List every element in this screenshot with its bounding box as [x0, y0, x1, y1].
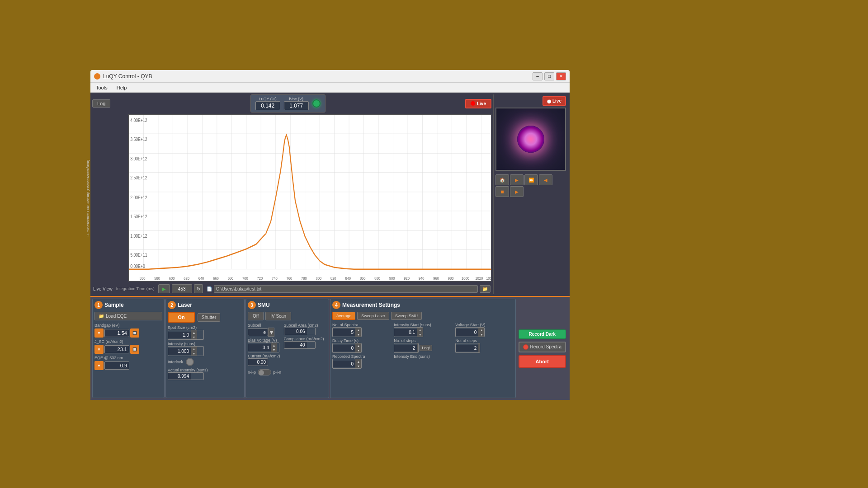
interlock-toggle[interactable] [186, 358, 194, 366]
intensity-start-up[interactable]: ▲ [417, 328, 423, 332]
svg-text:740: 740 [272, 276, 278, 281]
eqe-input[interactable] [104, 361, 129, 370]
no-steps-down[interactable]: ▼ [417, 348, 419, 352]
sweep-smu-button[interactable]: Sweep SMU [391, 312, 422, 320]
subcell-area-field: Subcell Area (cm2) [284, 323, 324, 335]
compliance-input[interactable] [284, 342, 307, 348]
file-icon: 📄 [207, 286, 212, 291]
chart-top-bar: Log LuQY (%) 0.142 iVoc (V) 1.077 [92, 94, 491, 113]
no-steps2-down[interactable]: ▼ [478, 348, 480, 352]
record-dark-button[interactable]: Record Dark [519, 329, 566, 339]
no-spectra-input[interactable] [333, 329, 355, 336]
file-path-input[interactable] [214, 285, 478, 293]
spot-size-up[interactable]: ▲ [191, 330, 197, 335]
actual-intensity-label: Actual Intensity (suns) [168, 368, 242, 372]
nip-pin-track[interactable] [258, 369, 271, 375]
delay-time-input[interactable] [333, 345, 355, 352]
menu-help[interactable]: Help [115, 84, 129, 91]
log-button[interactable]: Log [92, 99, 110, 108]
bandgap-down-btn[interactable]: ▼ [94, 328, 104, 338]
svg-text:900: 900 [389, 276, 395, 281]
iv-scan-button[interactable]: IV Scan [265, 312, 291, 320]
bandgap-input[interactable] [104, 329, 129, 337]
recorded-spectra-input[interactable] [333, 361, 355, 367]
camera-view [495, 108, 566, 171]
jsc-input[interactable] [104, 345, 129, 353]
play-button[interactable]: ▶ [158, 284, 170, 293]
spot-size-spin-btns: ▲ ▼ [191, 330, 197, 339]
sweep-laser-button[interactable]: Sweep Laser [357, 312, 389, 320]
abort-button[interactable]: Abort [519, 355, 566, 368]
bias-voltage-input[interactable] [248, 344, 271, 351]
voltage-start-spinner: ▲ ▼ [455, 327, 485, 337]
voltage-start-up[interactable]: ▲ [478, 328, 485, 332]
no-spectra-down[interactable]: ▼ [355, 332, 362, 337]
no-steps-input[interactable] [394, 345, 417, 352]
no-steps2-up[interactable]: ▲ [478, 343, 480, 348]
no-steps2-input[interactable] [456, 345, 478, 352]
average-button[interactable]: Average [332, 312, 355, 320]
integration-spin-down[interactable]: ↻ [194, 284, 203, 293]
close-button[interactable]: ✕ [556, 72, 566, 80]
intensity-start-down[interactable]: ▼ [417, 332, 423, 337]
voltage-start-input[interactable] [456, 329, 478, 336]
chart-svg: 4.00E+12 3.50E+12 3.00E+12 2.50E+12 2.00… [129, 115, 491, 281]
delay-time-down[interactable]: ▼ [355, 348, 362, 352]
recorded-spectra-up[interactable]: ▲ [355, 359, 362, 364]
maximize-button[interactable]: □ [544, 72, 554, 80]
intensity-down[interactable]: ▼ [191, 351, 197, 356]
shutter-button[interactable]: Shutter [198, 313, 220, 322]
browse-button[interactable]: 📁 [480, 285, 491, 293]
bias-voltage-up[interactable]: ▲ [271, 343, 277, 347]
measurement-panel-title: Measurement Settings [342, 302, 400, 308]
intensity-input[interactable] [168, 348, 191, 355]
ivoc-value[interactable]: 1.077 [284, 101, 309, 110]
svg-text:2.50E+12: 2.50E+12 [130, 175, 147, 180]
no-steps-up[interactable]: ▲ [417, 343, 419, 348]
no-steps-field: No. of steps ▲ ▼ Log! [394, 338, 452, 353]
cam-play-button[interactable]: ▶ [510, 174, 524, 185]
ivoc-label: iVoc (V) [289, 97, 303, 101]
cam-fast-forward-button[interactable]: ⏩ [524, 174, 538, 185]
load-eqe-button[interactable]: 📁 Load EQE [94, 312, 162, 320]
compliance-field: Compliance (mA/cm2) [284, 337, 324, 349]
record-spectra-button[interactable]: Record Spectra [519, 342, 566, 352]
minimize-button[interactable]: – [533, 72, 542, 80]
cam-stop-button[interactable]: ⏹ [495, 186, 509, 197]
recorded-spectra-down[interactable]: ▼ [355, 364, 362, 368]
sample-panel-header: 1 Sample [94, 301, 162, 309]
intensity-up[interactable]: ▲ [191, 347, 197, 351]
svg-text:960: 960 [433, 276, 439, 281]
bias-voltage-down[interactable]: ▼ [271, 347, 277, 352]
luqy-value[interactable]: 0.142 [255, 101, 280, 110]
bandgap-indicator: 🔲 [130, 328, 139, 338]
subcell-input[interactable] [248, 328, 268, 336]
actual-intensity-input[interactable] [168, 373, 191, 380]
record-spectra-label: Record Spectra [530, 344, 561, 349]
cam-home-button[interactable]: 🏠 [495, 174, 509, 185]
record-live-button[interactable]: ⬤ Live [542, 96, 566, 106]
voltage-start-label: Voltage Start (V) [455, 323, 513, 327]
integration-input[interactable] [172, 284, 192, 293]
y-axis-label: Luminescence Flux Density (Photons/s/cm²… [86, 160, 90, 236]
spot-size-down[interactable]: ▼ [191, 335, 197, 339]
voltage-start-down[interactable]: ▼ [478, 332, 485, 337]
laser-on-button[interactable]: On [168, 312, 195, 323]
compliance-spinner [284, 341, 316, 349]
subcell-area-input[interactable] [284, 328, 307, 335]
jsc-down-btn[interactable]: ▼ [94, 345, 104, 354]
jsc-controls: ▼ 🔲 [94, 345, 162, 354]
menu-tools[interactable]: Tools [94, 84, 109, 91]
eqe-down-btn[interactable]: ▼ [94, 361, 104, 370]
delay-time-up[interactable]: ▲ [355, 343, 362, 348]
intensity-start-input[interactable] [394, 329, 417, 336]
no-spectra-up[interactable]: ▲ [355, 328, 362, 332]
cam-left-button[interactable]: ◀ [539, 174, 552, 185]
subcell-dropdown[interactable]: ▼ [268, 328, 274, 337]
intensity-start-field: Intensity Start (suns) ▲ ▼ [394, 323, 452, 337]
spot-size-input[interactable] [168, 332, 191, 338]
current-input[interactable] [248, 358, 268, 366]
smu-off-button[interactable]: Off [248, 312, 264, 320]
record-live-text: Live [477, 101, 486, 106]
cam-right-button[interactable]: ▶ [510, 186, 524, 197]
